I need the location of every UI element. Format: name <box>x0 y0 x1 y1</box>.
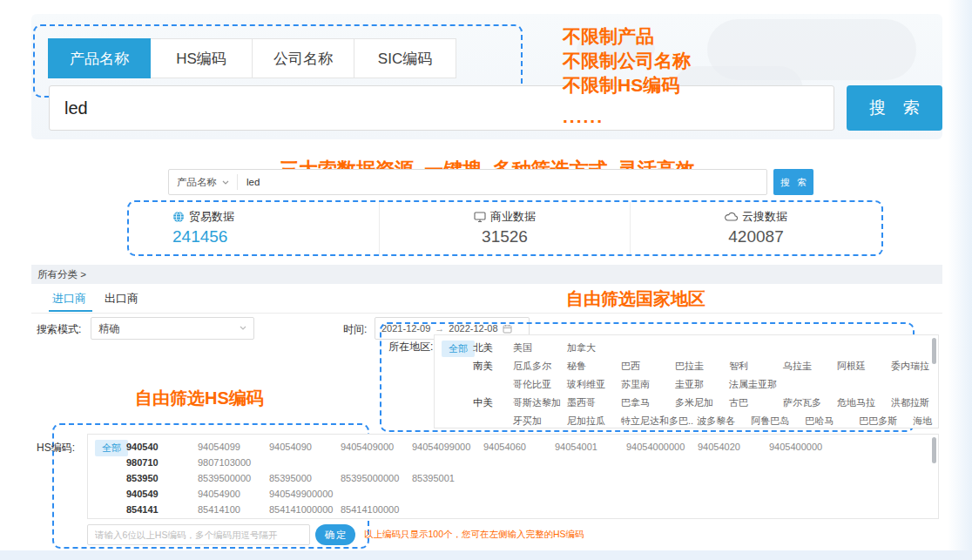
monitor-icon <box>474 212 486 223</box>
hs-code-input[interactable] <box>87 524 310 545</box>
stat-business-data[interactable]: 商业数据 31526 <box>380 202 631 254</box>
region-item[interactable]: 巴拉圭 <box>675 359 729 373</box>
hs-subcode[interactable]: 94054090 <box>269 441 341 454</box>
hs-code[interactable]: 853950 <box>126 472 198 485</box>
hs-subcode[interactable]: 94054020 <box>698 441 769 454</box>
region-label: 所在地区: <box>388 340 433 354</box>
hs-subcode[interactable]: 85395000 <box>269 472 341 485</box>
region-all-chip[interactable]: 全部 <box>442 341 475 357</box>
stat-trade-data[interactable]: 贸易数据 241456 <box>129 202 380 254</box>
region-item[interactable]: 墨西哥 <box>567 395 621 409</box>
hs-subcode[interactable]: 94054099000 <box>412 441 483 454</box>
hs-code[interactable]: 940549 <box>126 488 198 501</box>
region-group-label: 中美 <box>473 395 513 409</box>
tab-importers[interactable]: 进口商 <box>52 291 86 307</box>
region-item[interactable]: 玻利维亚 <box>567 377 621 391</box>
region-item[interactable]: 法属圭亚那 <box>729 377 783 391</box>
data-source-stats: 贸易数据 241456 商业数据 31526 <box>129 202 881 254</box>
main-search-input[interactable]: led <box>49 85 834 131</box>
hs-subcode[interactable]: 94054099 <box>198 441 269 454</box>
region-item[interactable]: 尼加拉瓜 <box>567 414 621 428</box>
region-item[interactable]: 波多黎各 <box>697 414 751 428</box>
hs-subcode[interactable]: 94054900 <box>198 488 269 501</box>
hs-subcode[interactable]: 9807103000 <box>198 456 269 469</box>
region-item[interactable]: 厄瓜多尔 <box>513 359 567 373</box>
annotation-line: 不限制HS编码 <box>563 73 691 98</box>
tab-company-name[interactable]: 公司名称 <box>252 38 354 78</box>
hs-subcode[interactable]: 9405400000 <box>769 441 840 454</box>
region-item[interactable]: 阿根廷 <box>837 359 891 373</box>
mini-dropdown-value: 产品名称 <box>177 176 217 189</box>
hs-all-chip[interactable]: 全部 <box>95 440 128 456</box>
tab-exporters[interactable]: 出口商 <box>105 291 138 307</box>
region-item[interactable]: 美国 <box>513 341 567 354</box>
hs-limit-note: 以上编码只显示100个，您可在左侧输入完整的HS编码 <box>364 529 584 541</box>
hs-scrollbar[interactable] <box>932 437 936 463</box>
stat-label: 商业数据 <box>490 209 536 225</box>
region-item[interactable]: 乌拉圭 <box>783 359 837 373</box>
region-item[interactable]: 海地 <box>913 414 967 428</box>
region-item[interactable]: 圭亚那 <box>675 377 729 391</box>
tab-sic-code[interactable]: SIC编码 <box>354 38 456 78</box>
tab-hs-code[interactable]: HS编码 <box>150 38 253 78</box>
region-item[interactable]: 牙买加 <box>513 414 567 428</box>
region-item[interactable]: 秘鲁 <box>567 359 621 373</box>
region-item[interactable]: 古巴 <box>729 395 783 409</box>
hs-subcode[interactable]: 94054060 <box>483 441 555 454</box>
mini-search-button[interactable]: 搜 索 <box>773 169 813 195</box>
region-item[interactable]: 加拿大 <box>567 341 621 354</box>
main-search-button[interactable]: 搜 索 <box>847 85 942 131</box>
region-item[interactable]: 萨尔瓦多 <box>783 395 837 409</box>
confirm-button[interactable]: 确定 <box>315 524 355 545</box>
hs-subcode[interactable]: 9405409000 <box>341 441 412 454</box>
hs-code-panel: 全部 940540 94054099 94054090 9405409000 9… <box>87 434 939 519</box>
hs-subcode[interactable]: 854141000000 <box>269 503 341 516</box>
hs-row: 940540 94054099 94054090 9405409000 9405… <box>126 441 840 454</box>
page-right-gradient <box>948 0 972 560</box>
region-item[interactable]: 哥斯达黎加 <box>513 395 567 409</box>
search-mode-value: 精确 <box>98 322 119 334</box>
region-item[interactable]: 苏里南 <box>621 377 675 391</box>
annotation-line: 不限制产品 <box>563 24 691 49</box>
region-item[interactable]: 哥伦比亚 <box>513 377 567 391</box>
region-group-label: 南美 <box>473 359 513 373</box>
chevron-down-icon <box>222 180 229 185</box>
region-item[interactable]: 危地马拉 <box>837 395 891 409</box>
breadcrumb[interactable]: 所有分类 > <box>31 265 942 284</box>
region-item[interactable]: 巴拿马 <box>621 395 675 409</box>
region-list-panel: 全部 北美 美国 加拿大 南美 厄瓜多尔 秘鲁 巴西 巴拉圭 智利 乌拉圭 阿根… <box>434 334 939 428</box>
time-label: 时间: <box>343 322 367 337</box>
region-item[interactable]: 巴巴多斯 <box>859 414 913 428</box>
page: 产品名称 HS编码 公司名称 SIC编码 led 搜 索 不限制产品 不限制公司… <box>0 0 972 560</box>
hs-subcode[interactable]: 940549900000 <box>269 488 341 501</box>
hs-subcode[interactable]: 8539500000 <box>198 472 269 485</box>
hs-subcode[interactable]: 94054000000 <box>626 441 698 454</box>
stat-cloud-search-data[interactable]: 云搜数据 420087 <box>631 202 881 254</box>
region-group-label <box>473 414 513 428</box>
region-item[interactable]: 巴西 <box>621 359 675 373</box>
region-item[interactable]: 委内瑞拉 <box>891 359 945 373</box>
region-item[interactable]: 智利 <box>729 359 783 373</box>
mini-search-type-dropdown[interactable]: 产品名称 <box>169 176 237 189</box>
region-item[interactable]: 特立尼达和多巴.. <box>621 414 697 428</box>
hs-code[interactable]: 854141 <box>126 503 198 516</box>
hs-filter-annotation: 自由筛选HS编码 <box>135 387 264 410</box>
region-item[interactable]: 巴哈马 <box>805 414 859 428</box>
region-item[interactable]: 多米尼加 <box>675 395 729 409</box>
search-mode-select[interactable]: 精确 <box>91 317 254 340</box>
hs-subcode[interactable]: 94054001 <box>555 441 626 454</box>
hs-code[interactable]: 940540 <box>126 441 198 454</box>
region-group-label <box>473 377 513 391</box>
hs-subcode[interactable]: 85414100000 <box>341 503 412 516</box>
hs-code[interactable]: 980710 <box>126 456 198 469</box>
region-item[interactable]: 洪都拉斯 <box>891 395 945 409</box>
hs-subcode[interactable]: 85395000000 <box>341 472 412 485</box>
hero-annotations: 不限制产品 不限制公司名称 不限制HS编码 ...... <box>563 24 691 129</box>
stat-value: 241456 <box>172 227 379 246</box>
hs-subcode[interactable]: 85395001 <box>412 472 483 485</box>
hs-label: HS编码: <box>37 441 75 455</box>
region-item[interactable]: 阿鲁巴岛 <box>751 414 805 428</box>
mini-search-bar[interactable]: 产品名称 led <box>168 169 767 195</box>
hs-subcode[interactable]: 85414100 <box>198 503 269 516</box>
tab-product-name[interactable]: 产品名称 <box>48 38 151 78</box>
